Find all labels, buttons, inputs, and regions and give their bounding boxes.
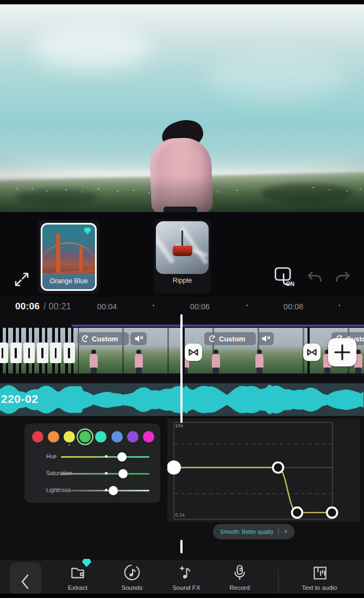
undo-icon[interactable]	[306, 271, 324, 285]
slider-label: Hue	[46, 453, 57, 459]
ruler-time-label: 00:08	[284, 302, 303, 311]
bottom-toolbar: ExtractSoundsSound FXRecordText to audio	[0, 560, 364, 594]
premium-gem-icon	[84, 228, 91, 234]
clip1-mute-badge[interactable]	[130, 332, 147, 345]
filter-card-orange-blue[interactable]: Orange Blue	[38, 220, 99, 294]
timeline-ruler[interactable]: 00:06 / 00:21 00:04·00:06·00:08·	[0, 296, 364, 316]
flicker-marker	[0, 342, 8, 363]
filter-bar: Orange Blue Ripple ON	[0, 212, 364, 296]
redo-icon[interactable]	[333, 271, 352, 285]
disc-note-icon	[109, 563, 155, 583]
flicker-marker	[10, 342, 22, 363]
color-dot-7[interactable]	[143, 431, 154, 443]
toolbar-item-sounds[interactable]: Sounds	[109, 563, 155, 591]
toolbar-item-record[interactable]: Record	[216, 563, 263, 591]
ruler-time-label: 00:06	[190, 302, 210, 311]
clip2-mute-badge[interactable]	[258, 332, 274, 345]
speed-icon	[81, 335, 89, 342]
svg-text:ON: ON	[286, 281, 294, 287]
color-dot-6[interactable]	[127, 431, 139, 443]
status-bar	[0, 0, 364, 4]
video-preview[interactable]	[0, 4, 364, 212]
color-dot-3[interactable]	[79, 431, 91, 443]
ruler-dot: ·	[152, 301, 155, 310]
filter-name: Ripple	[154, 277, 211, 284]
text-audio-icon	[296, 563, 343, 583]
clip2-speed-badge[interactable]: Custom	[204, 332, 256, 345]
speed-keyframe[interactable]	[292, 507, 302, 518]
toolbar-item-text-to-audio[interactable]: Text to audio	[296, 563, 343, 591]
compare-on-toggle[interactable]: ON	[274, 266, 301, 289]
flicker-marker	[37, 342, 48, 363]
toolbar-item-label: Text to audio	[296, 584, 343, 591]
speed-min-label: 0.1x	[175, 512, 185, 518]
add-clip-button[interactable]	[328, 338, 356, 366]
mute-icon	[261, 335, 271, 342]
color-dot-4[interactable]	[95, 431, 106, 443]
audio-track-name: 220-02	[1, 393, 38, 406]
slider-thumb[interactable]	[118, 469, 128, 478]
frame-person-figure	[90, 350, 98, 373]
toolbar-item-label: Extract	[54, 584, 101, 591]
speed-keyframe[interactable]	[273, 462, 283, 472]
flicker-marker	[23, 342, 35, 363]
toolbar-item-label: Sounds	[109, 584, 155, 591]
speed-max-label: 10x	[175, 422, 183, 428]
folder-icon	[54, 563, 101, 583]
hsl-panel: HueSaturationLightness	[24, 423, 160, 503]
hue-slider[interactable]: Hue	[24, 451, 160, 462]
toolbar-divider	[278, 570, 279, 594]
filter-name: Orange Blue	[42, 273, 95, 289]
transition-button[interactable]	[303, 344, 321, 361]
filter-card-ripple[interactable]: Ripple	[154, 219, 211, 294]
total-time: / 00:21	[43, 302, 71, 312]
mic-icon	[216, 563, 263, 583]
color-dot-1[interactable]	[48, 431, 59, 443]
snow-streak	[156, 229, 175, 264]
lightness-slider[interactable]: Lightness	[24, 485, 160, 496]
slider-default-marker	[105, 489, 108, 491]
slider-default-marker	[105, 455, 108, 458]
bridge-tower	[79, 246, 83, 273]
frame-person-figure	[255, 350, 263, 373]
speed-label: Custom	[219, 335, 245, 343]
speed-curve-chart[interactable]	[167, 419, 360, 522]
preview-vignette	[0, 4, 364, 212]
filter-thumbnail: Orange Blue	[41, 223, 97, 291]
bridge-tower	[56, 234, 60, 274]
slider-thumb[interactable]	[117, 452, 127, 462]
transition-button[interactable]	[185, 344, 202, 361]
saturation-slider[interactable]: Saturation	[24, 468, 160, 479]
ruler-time-label: 00:04	[97, 302, 117, 311]
playhead-lower	[180, 540, 183, 553]
speed-icon	[209, 335, 216, 342]
clip1-speed-badge[interactable]: Custom	[77, 332, 129, 345]
fullscreen-icon[interactable]	[12, 270, 32, 289]
mute-icon	[134, 335, 143, 342]
cable-car	[173, 246, 192, 256]
ruler-dot: ·	[246, 301, 248, 310]
toolbar-item-extract[interactable]: Extract	[54, 563, 101, 591]
flicker-marker	[64, 342, 75, 363]
tooltip-close-icon[interactable]: ×	[284, 528, 287, 535]
slider-thumb[interactable]	[109, 486, 118, 495]
ruler-dot: ·	[338, 301, 341, 310]
star-note-icon	[163, 563, 210, 583]
speed-keyframe[interactable]	[327, 507, 337, 518]
frame-person-figure	[135, 350, 143, 373]
color-dot-0[interactable]	[32, 431, 43, 443]
color-dot-2[interactable]	[64, 431, 75, 443]
speed-curve-panel[interactable]: 10x 0.1x	[167, 419, 360, 522]
overlay-track-bar[interactable]	[72, 325, 364, 327]
speed-keyframe-selected[interactable]	[167, 460, 181, 475]
back-button[interactable]	[10, 562, 41, 596]
tooltip-text: Smooth: Better quality	[220, 529, 273, 535]
color-dot-5[interactable]	[111, 431, 123, 443]
toolbar-item-label: Record	[216, 584, 263, 591]
playhead[interactable]	[180, 314, 183, 423]
bridge-cables	[41, 242, 97, 272]
speed-label: Custom	[92, 335, 118, 343]
slider-default-marker	[105, 472, 108, 475]
toolbar-item-sound-fx[interactable]: Sound FX	[163, 563, 210, 591]
flicker-marker	[50, 342, 61, 363]
